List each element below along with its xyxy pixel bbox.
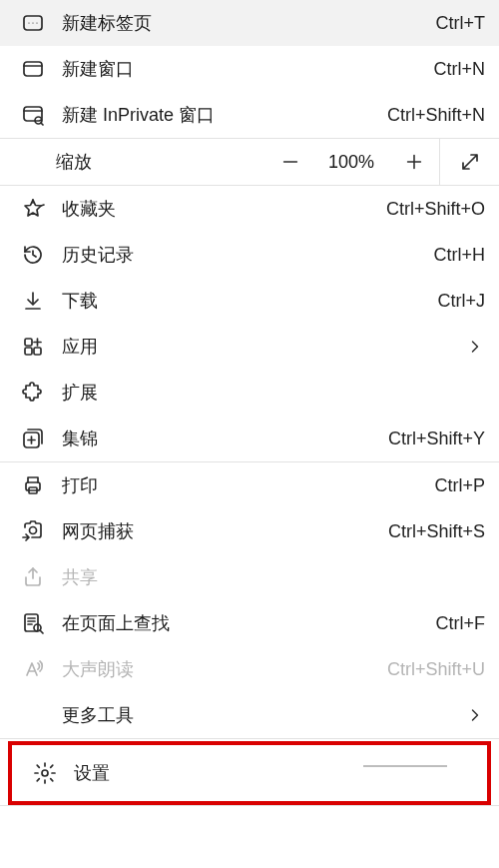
menu-item-new-tab[interactable]: 新建标签页 Ctrl+T <box>0 0 499 46</box>
menu-item-downloads[interactable]: 下载 Ctrl+J <box>0 278 499 324</box>
svg-point-1 <box>28 22 29 23</box>
menu-shortcut: Ctrl+T <box>426 13 486 34</box>
inprivate-icon <box>10 103 56 127</box>
apps-icon <box>10 335 56 359</box>
share-icon <box>10 565 56 589</box>
zoom-in-button[interactable] <box>387 139 439 185</box>
divider <box>0 738 499 739</box>
menu-item-share: 共享 <box>0 554 499 600</box>
menu-label: 新建标签页 <box>56 11 426 35</box>
menu-shortcut: Ctrl+N <box>423 59 485 80</box>
menu-item-web-capture[interactable]: 网页捕获 Ctrl+Shift+S <box>0 508 499 554</box>
read-aloud-icon <box>10 657 56 681</box>
collections-icon <box>10 427 56 450</box>
menu-label: 下载 <box>56 289 427 313</box>
menu-label: 新建 InPrivate 窗口 <box>56 103 377 127</box>
menu-shortcut: Ctrl+P <box>424 475 485 496</box>
settings-icon <box>22 761 68 785</box>
menu-shortcut: Ctrl+H <box>423 245 485 266</box>
menu-item-extensions[interactable]: 扩展 <box>0 370 499 416</box>
menu-shortcut: Ctrl+Shift+U <box>377 659 485 680</box>
svg-rect-4 <box>24 62 42 76</box>
svg-point-2 <box>32 22 33 23</box>
fullscreen-button[interactable] <box>439 139 499 185</box>
menu-item-new-window[interactable]: 新建窗口 Ctrl+N <box>0 46 499 92</box>
menu-label: 历史记录 <box>56 243 423 267</box>
svg-point-13 <box>30 527 37 534</box>
svg-rect-5 <box>24 107 42 121</box>
print-icon <box>10 473 56 497</box>
menu-shortcut: Ctrl+F <box>426 613 486 634</box>
menu-label: 扩展 <box>56 381 485 405</box>
overflow-menu: 新建标签页 Ctrl+T 新建窗口 Ctrl+N 新建 InPrivate 窗口… <box>0 0 499 806</box>
menu-item-more-tools[interactable]: 更多工具 <box>0 692 499 738</box>
divider <box>0 805 499 806</box>
menu-shortcut: Ctrl+Shift+O <box>376 199 485 220</box>
svg-point-16 <box>42 770 48 776</box>
minus-icon <box>279 151 301 173</box>
plus-icon <box>403 151 425 173</box>
menu-item-new-inprivate[interactable]: 新建 InPrivate 窗口 Ctrl+Shift+N <box>0 92 499 138</box>
chevron-right-icon <box>445 705 485 725</box>
decorative-underline <box>363 765 447 767</box>
menu-shortcut: Ctrl+J <box>427 291 485 312</box>
menu-shortcut: Ctrl+Shift+Y <box>378 429 485 449</box>
web-capture-icon <box>10 519 56 543</box>
zoom-percent: 100% <box>315 139 387 185</box>
extensions-icon <box>10 381 56 405</box>
menu-label: 网页捕获 <box>56 519 378 543</box>
svg-rect-8 <box>25 348 32 355</box>
menu-label: 收藏夹 <box>56 197 376 221</box>
zoom-row: 缩放 100% <box>0 138 499 186</box>
svg-rect-7 <box>25 339 32 346</box>
fullscreen-icon <box>458 150 482 174</box>
menu-label: 应用 <box>56 335 445 359</box>
menu-item-print[interactable]: 打印 Ctrl+P <box>0 462 499 508</box>
menu-label: 在页面上查找 <box>56 611 426 635</box>
menu-item-apps[interactable]: 应用 <box>0 324 499 370</box>
menu-label: 大声朗读 <box>56 657 377 681</box>
menu-label: 新建窗口 <box>56 57 423 81</box>
menu-item-settings[interactable]: 设置 <box>12 749 487 797</box>
menu-shortcut: Ctrl+Shift+N <box>377 105 485 126</box>
menu-label: 共享 <box>56 565 485 589</box>
highlight-annotation: 设置 <box>8 741 491 805</box>
favorites-icon <box>10 197 56 221</box>
menu-shortcut: Ctrl+Shift+S <box>378 521 485 542</box>
history-icon <box>10 243 56 267</box>
zoom-label: 缩放 <box>0 139 263 185</box>
menu-label: 打印 <box>56 473 424 497</box>
find-icon <box>10 611 56 635</box>
menu-item-history[interactable]: 历史记录 Ctrl+H <box>0 232 499 278</box>
svg-point-3 <box>36 22 37 23</box>
menu-label: 更多工具 <box>56 703 445 727</box>
new-window-icon <box>10 57 56 81</box>
zoom-out-button[interactable] <box>263 139 315 185</box>
menu-item-favorites[interactable]: 收藏夹 Ctrl+Shift+O <box>0 186 499 232</box>
menu-item-find[interactable]: 在页面上查找 Ctrl+F <box>0 600 499 646</box>
chevron-right-icon <box>445 337 485 357</box>
svg-rect-9 <box>34 348 41 355</box>
svg-rect-11 <box>26 482 40 490</box>
downloads-icon <box>10 289 56 313</box>
menu-item-read-aloud: 大声朗读 Ctrl+Shift+U <box>0 646 499 692</box>
menu-item-collections[interactable]: 集锦 Ctrl+Shift+Y <box>0 416 499 461</box>
menu-label: 集锦 <box>56 427 378 450</box>
new-tab-icon <box>10 11 56 35</box>
svg-rect-14 <box>25 614 38 631</box>
